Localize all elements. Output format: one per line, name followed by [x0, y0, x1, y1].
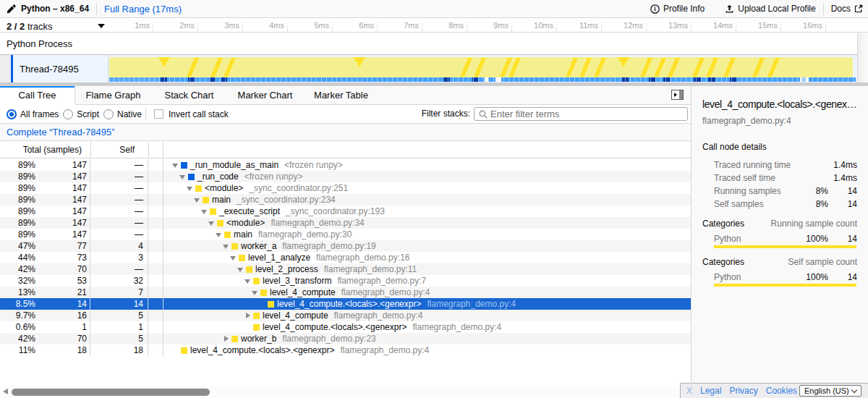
cell-function: mainflamegraph_demo.py:30 [163, 229, 691, 240]
cell-total-percent: 89% [0, 159, 36, 171]
thread-track-row[interactable]: Thread-78495 [0, 54, 868, 82]
scrollbar-thumb[interactable] [12, 389, 210, 396]
expand-down-icon[interactable] [208, 217, 217, 229]
expand-down-icon[interactable] [222, 240, 231, 252]
expand-down-icon[interactable] [186, 182, 195, 194]
full-range-link[interactable]: Full Range (17ms) [104, 4, 182, 14]
tree-row[interactable]: 9.7%165level_4_computeflamegraph_demo.py… [0, 310, 691, 321]
tree-row[interactable]: 89%147—mainflamegraph_demo.py:30 [0, 229, 691, 240]
thread-activity-track[interactable] [109, 55, 857, 82]
expand-down-icon[interactable] [251, 287, 260, 298]
track-marker-slash [474, 58, 486, 77]
cell-total-samples: 147 [36, 217, 90, 229]
tree-row[interactable]: 89%147—_execute_script_sync_coordinator.… [0, 206, 691, 217]
sidebar-toggle-icon[interactable] [671, 90, 684, 100]
category-icon [210, 208, 216, 215]
tree-row[interactable]: 8.5%1414level_4_compute.<locals>.<genexp… [0, 298, 691, 310]
cell-total-samples: 77 [36, 240, 90, 252]
docs-button[interactable]: Docs [831, 4, 863, 14]
tree-row[interactable]: 89%147—_run_module_as_main<frozen runpy> [0, 159, 691, 171]
process-track-row[interactable]: Python Process [0, 33, 868, 54]
language-select[interactable]: English (US) [799, 385, 861, 397]
file-location: _sync_coordinator.py:234 [237, 194, 336, 206]
tree-row[interactable]: 42%705worker_bflamegraph_demo.py:23 [0, 333, 691, 344]
upload-profile-button[interactable]: Upload Local Profile [725, 4, 815, 14]
footer-link-legal[interactable]: Legal [700, 386, 721, 396]
tab-marker-table[interactable]: Marker Table [303, 86, 379, 104]
search-input[interactable]: Enter filter terms [474, 107, 688, 121]
cell-total-samples: 53 [36, 275, 90, 287]
tab-marker-chart[interactable]: Marker Chart [227, 86, 303, 104]
scroll-left-arrow-icon[interactable] [3, 389, 8, 394]
function-name: level_2_process [255, 263, 318, 275]
sidebar-detail-row: Traced running time1.4ms [692, 158, 868, 172]
tab-flame-graph[interactable]: Flame Graph [75, 86, 151, 104]
breadcrumb-complete-thread[interactable]: Complete “Thread-78495” [7, 127, 115, 137]
tree-row[interactable]: 11%1818level_4_compute.<locals>.<genexpr… [0, 344, 691, 356]
thread-label[interactable]: Thread-78495 [20, 64, 79, 75]
expand-down-icon[interactable] [193, 194, 203, 206]
tab-call-tree[interactable]: Call Tree [0, 86, 75, 104]
tree-row[interactable]: 89%147—_run_code<frozen runpy> [0, 171, 691, 182]
radio-script[interactable]: Script [63, 109, 99, 119]
category-percent: 100% [796, 234, 828, 244]
tree-row[interactable]: 47%774worker_aflamegraph_demo.py:19 [0, 240, 691, 252]
cell-total-percent: 42% [0, 263, 36, 275]
profile-info-button[interactable]: Profile Info [650, 4, 705, 14]
expand-down-icon[interactable] [171, 159, 181, 171]
expand-down-icon[interactable] [237, 263, 246, 275]
tree-row[interactable]: 42%70—level_2_processflamegraph_demo.py:… [0, 263, 691, 275]
sidebar-categories-header: CategoriesSelf sample count [692, 255, 868, 268]
file-location: flamegraph_demo.py:4 [340, 344, 429, 356]
cell-function: level_4_compute.<locals>.<genexpr>flameg… [163, 321, 691, 333]
cell-self-samples: 7 [90, 287, 148, 298]
footer-link-privacy[interactable]: Privacy [729, 386, 757, 396]
col-total-header[interactable]: Total (samples) [0, 145, 82, 155]
file-location: flamegraph_demo.py:23 [282, 333, 375, 344]
radio-native[interactable]: Native [103, 109, 142, 119]
checkbox-icon[interactable] [154, 109, 163, 119]
tree-row[interactable]: 0.6%11level_4_compute.<locals>.<genexpr>… [0, 321, 691, 333]
category-icon [231, 336, 238, 342]
expand-down-icon[interactable] [179, 171, 188, 182]
cell-self-samples: 4 [90, 240, 148, 252]
radio-all-frames[interactable]: All frames [7, 109, 59, 119]
cell-self-samples: — [90, 171, 148, 182]
tab-stack-chart[interactable]: Stack Chart [151, 86, 227, 104]
ruler-tick-label: 11ms [558, 21, 598, 30]
categories-heading-right: Self sample count [788, 257, 857, 267]
tree-row[interactable]: 32%5332level_3_transformflamegraph_demo.… [0, 275, 691, 287]
expand-down-icon[interactable] [229, 252, 239, 263]
timeline-ruler[interactable]: 2 / 2 tracks 1ms2ms3ms4ms5ms6ms7ms8ms9ms… [0, 18, 868, 33]
invert-call-stack-checkbox[interactable]: Invert call stack [154, 105, 229, 123]
expand-right-icon[interactable] [244, 310, 253, 321]
expand-right-icon[interactable] [222, 333, 231, 344]
track-vertical-scrollbar[interactable] [857, 33, 868, 82]
header-separator [96, 3, 97, 14]
radio-icon[interactable] [7, 109, 17, 119]
tracks-dropdown-icon[interactable] [98, 24, 105, 28]
tracks-count-label[interactable]: 2 / 2 tracks [7, 21, 53, 32]
cell-category [148, 321, 163, 333]
radio-icon[interactable] [103, 109, 114, 119]
track-marker-triangle [618, 57, 629, 67]
file-location: flamegraph_demo.py:4 [341, 287, 430, 298]
expand-down-icon[interactable] [215, 229, 224, 240]
expand-down-icon[interactable] [200, 206, 210, 217]
horizontal-scrollbar[interactable] [0, 386, 681, 398]
cell-total-percent: 89% [0, 217, 36, 229]
expand-down-icon[interactable] [244, 275, 253, 287]
tree-row[interactable]: 44%733level_1_analyzeflamegraph_demo.py:… [0, 252, 691, 263]
tree-row[interactable]: 89%147—<module>_sync_coordinator.py:251 [0, 182, 691, 194]
radio-icon[interactable] [63, 109, 73, 119]
file-location: flamegraph_demo.py:34 [271, 217, 364, 229]
tree-row[interactable]: 89%147—<module>flamegraph_demo.py:34 [0, 217, 691, 229]
cell-function: _run_code<frozen runpy> [163, 171, 691, 182]
footer-close-button[interactable]: X [686, 386, 692, 396]
ruler-tick [467, 19, 467, 33]
cell-function: _execute_script_sync_coordinator.py:193 [163, 206, 691, 217]
tree-row[interactable]: 13%217level_4_computeflamegraph_demo.py:… [0, 287, 691, 298]
tree-row[interactable]: 89%147—main_sync_coordinator.py:234 [0, 194, 691, 206]
col-self-header[interactable]: Self [90, 145, 135, 155]
footer-link-cookies[interactable]: Cookies [766, 386, 797, 396]
